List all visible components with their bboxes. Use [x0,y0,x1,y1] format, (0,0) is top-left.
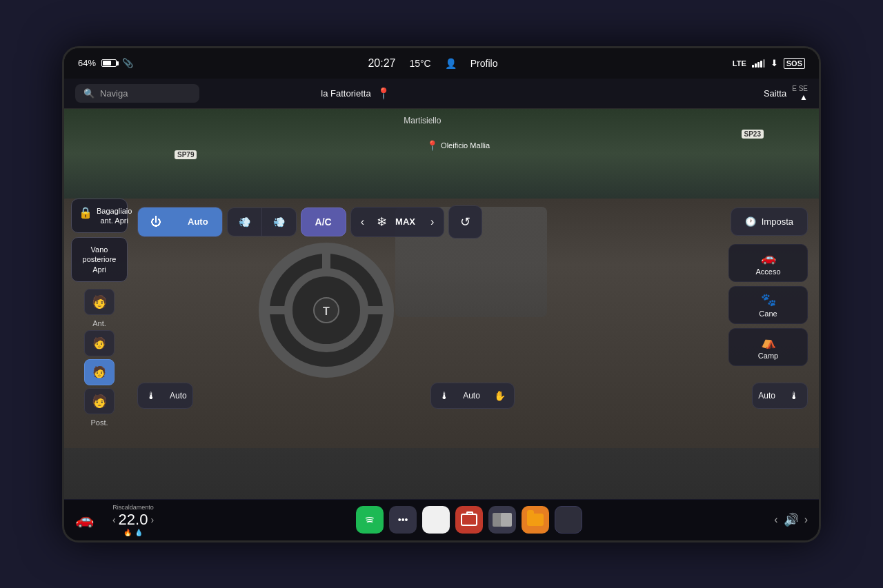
power-button[interactable]: ⏻ [138,207,174,236]
recirculate-button[interactable]: ↺ [448,205,482,239]
auto-button[interactable]: Auto [174,207,222,236]
notes-app[interactable] [422,506,450,534]
acceso-button[interactable]: 🚗 Acceso [728,244,808,282]
camp-button[interactable]: ⛺ Camp [728,328,808,366]
cane-label: Cane [759,310,777,318]
sos-badge[interactable]: SOS [784,58,805,69]
acceso-label: Acceso [755,267,780,276]
temp-display: 22.0 [119,511,148,529]
map-poi: 📍 Oleificio Mallia [426,140,490,151]
search-area[interactable]: 🔍 Naviga [75,84,199,103]
fan-face-btn[interactable]: 💨 [262,208,296,236]
cards-app[interactable] [488,506,516,534]
imposta-button[interactable]: 🕐 Imposta [731,207,808,236]
camp-label: Camp [758,352,778,360]
map-town-label: Martisiello [404,116,441,125]
signal-bars [752,59,765,68]
more-apps-button[interactable]: ••• [389,506,417,534]
rear-label: Post. [90,418,108,427]
poi-pin-icon: 📍 [426,140,438,151]
fan-speed-up[interactable]: › [421,207,444,236]
battery-icon [101,59,117,67]
destination-pin-icon: 📍 [377,87,390,100]
road-sp79-label: SP79 [175,150,197,159]
tesla-screen: T 64% 📎 20:27 15°C 👤 Profilo LTE [62,46,821,543]
temperature-control: Riscaldamento ‹ 22.0 › 🔥 💧 [102,504,164,536]
clock: 20:27 [368,57,395,70]
center-hand-icon[interactable]: ✋ [486,383,514,408]
search-placeholder: Naviga [100,88,128,99]
temperature: 15°C [409,58,430,69]
climate-panel: ⏻ Auto 💨 💨 A/C ‹ ❄ MAX › ↺ 🕐 Imp [133,201,812,496]
cane-icon: 🐾 [761,292,776,307]
rear-seat-vent-btn[interactable]: 🧑 [84,388,115,414]
left-seat-heat: 🌡 Auto [137,383,193,409]
center-heat-label: Auto [457,391,486,401]
fan-windshield-btn[interactable]: 💨 [228,208,262,236]
spotify-app[interactable] [356,506,384,534]
frunk-label: Bagagliaio ant. Apri [97,206,132,226]
fan-speed-control: ‹ ❄ MAX › [350,207,445,237]
cane-button[interactable]: 🐾 Cane [728,286,808,324]
road-sp23-label: SP23 [742,130,764,139]
battery-percent: 64% [78,58,96,68]
climate-bottom-row: 🌡 Auto 🌡 Auto ✋ Auto 🌡 [137,383,808,409]
car-status-icon[interactable]: 🚗 [75,511,94,529]
taskbar: 🚗 Riscaldamento ‹ 22.0 › 🔥 💧 [64,499,819,540]
camera-app[interactable] [455,506,483,534]
compass: E SE ▲ [792,85,808,102]
front-label: Ant. [92,319,106,327]
status-center: 20:27 15°C 👤 Profilo [368,57,497,70]
climate-middle: 🚗 Acceso 🐾 Cane ⛺ Camp [137,244,808,378]
temp-mode-label: Riscaldamento [112,504,154,511]
climate-top-row: ⏻ Auto 💨 💨 A/C ‹ ❄ MAX › ↺ 🕐 Imp [137,205,808,239]
heat-indicator: 💧 [135,529,143,536]
right-heat-icon[interactable]: 🌡 [781,383,807,408]
active-seat-btn[interactable]: 🧑 [84,359,115,385]
status-bar: 64% 📎 20:27 15°C 👤 Profilo LTE [64,48,819,79]
search-icon: 🔍 [83,88,95,99]
temp-icons: 🔥 💧 [123,529,143,536]
destination-info: la Fattorietta 📍 [208,87,504,100]
acceso-icon: 🚗 [761,250,776,265]
temp-down-button[interactable]: ‹ [112,514,116,525]
right-heat-label: Auto [753,391,781,401]
power-auto-group: ⏻ Auto [137,207,223,237]
blank-app[interactable] [555,506,582,534]
next-street: Saitta [764,88,786,99]
app-tray: ••• [172,506,766,534]
temp-up-button[interactable]: › [150,514,154,525]
car-interior-view [137,244,723,378]
clock-icon: 🕐 [745,216,756,227]
mid-seat-btn[interactable]: 🧑 [84,330,115,356]
seat-heat-indicator: 🔥 [123,529,132,536]
volume-button[interactable]: 🔊 [784,512,799,527]
status-left: 64% 📎 [78,58,133,68]
download-icon: ⬇ [771,58,778,68]
map-area[interactable]: Martisiello SP79 SP23 📍 Oleificio Mallia [64,109,819,199]
center-heat-icon[interactable]: 🌡 [431,383,457,408]
camp-icon: ⛺ [761,334,776,349]
ac-button[interactable]: A/C [301,207,346,236]
status-right: LTE ⬇ SOS [733,58,805,69]
trunk-button[interactable]: Vano posteriore Apri [71,237,128,282]
profile-label[interactable]: Profilo [470,58,498,69]
mode-buttons-column: 🚗 Acceso 🐾 Cane ⛺ Camp [728,244,808,378]
folder-app[interactable] [522,506,549,534]
frunk-button[interactable]: 🔒 Bagagliaio ant. Apri [71,199,128,234]
taskbar-right: ‹ 🔊 › [774,512,808,527]
usb-icon: 📎 [122,58,133,68]
fan-speed-label: MAX [390,216,421,227]
media-prev-button[interactable]: ‹ [774,514,777,526]
trunk-label: Vano posteriore Apri [79,245,120,274]
front-seat-vent-btn[interactable]: 🧑 [84,289,115,315]
media-next-button[interactable]: › [804,514,808,526]
profile-icon: 👤 [445,58,457,69]
left-panel: 🔒 Bagagliaio ant. Apri Vano posteriore A… [71,199,128,427]
right-seat-heat: Auto 🌡 [752,383,808,409]
fan-speed-down[interactable]: ‹ [351,207,374,236]
left-seat-heat-icon[interactable]: 🌡 [138,383,164,408]
temp-row: ‹ 22.0 › [112,511,154,529]
lte-badge: LTE [733,59,746,68]
nav-bar: 🔍 Naviga la Fattorietta 📍 Saitta E SE ▲ [64,79,819,109]
